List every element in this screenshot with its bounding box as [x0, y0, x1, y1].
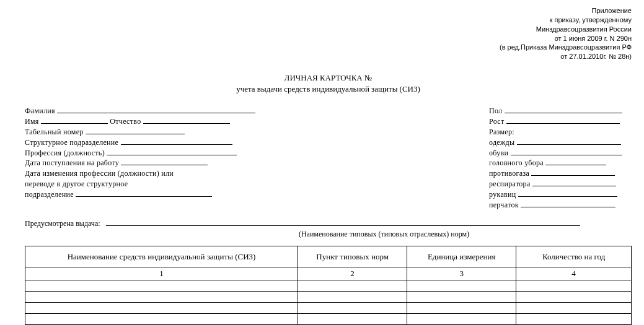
change-line1: Дата изменения профессии (должности) или [25, 168, 291, 179]
table-header-row: Наименование средств индивидуальной защи… [25, 246, 632, 267]
table-row [25, 314, 632, 325]
gloves-p-blank [521, 200, 615, 207]
sex-blank [505, 106, 622, 113]
hiredate-field: Дата поступления на работу [25, 158, 291, 168]
appendix-line: от 1 июня 2009 г. N 290н [25, 34, 632, 43]
size-label: Размер: [489, 127, 632, 137]
patronymic-blank [143, 116, 230, 124]
change-line2: переводе в другое структурное [25, 179, 291, 189]
clothes-blank [517, 137, 621, 145]
provide-blank [106, 219, 580, 226]
sex-field: Пол [489, 106, 632, 116]
table-row [25, 303, 632, 314]
appendix-line: к приказу, утвержденному [25, 15, 632, 25]
hiredate-blank [121, 158, 208, 165]
respirator-field: респиратора [489, 179, 632, 189]
th-unit: Единица измерения [407, 246, 516, 267]
dept-field: Структурное подразделение [25, 137, 291, 148]
colnum-3: 3 [407, 267, 516, 280]
tabno-blank [86, 127, 185, 134]
th-name: Наименование средств индивидуальной защи… [25, 246, 298, 267]
right-column: Пол Рост Размер: одежды обуви головного … [489, 106, 632, 210]
tabno-field: Табельный номер [25, 127, 291, 137]
title-line1: ЛИЧНАЯ КАРТОЧКА № [25, 72, 632, 84]
gasmask-field: противогаза [489, 168, 632, 179]
shoes-blank [511, 148, 622, 155]
surname-field: Фамилия [25, 106, 291, 116]
clothes-field: одежды [489, 137, 632, 148]
colnum-4: 4 [516, 267, 632, 280]
gloves-r-blank [518, 189, 617, 197]
provide-caption: (Наименование типовых (типовых отраслевы… [136, 229, 632, 240]
appendix-line: от 27.01.2010г. № 28н) [25, 52, 632, 61]
th-qty: Количество на год [516, 246, 632, 267]
profession-field: Профессия (должность) [25, 148, 291, 158]
height-field: Рост [489, 116, 632, 127]
shoes-field: обуви [489, 148, 632, 158]
gloves-r-field: рукавиц [489, 189, 632, 200]
provide-row: Предусмотрена выдача: [25, 219, 632, 229]
table-number-row: 1 2 3 4 [25, 267, 632, 280]
appendix-line: (в ред.Приказа Минздравсоцразвития РФ [25, 43, 632, 52]
headwear-blank [545, 158, 606, 165]
surname-blank [57, 106, 255, 113]
headwear-field: головного убора [489, 158, 632, 168]
provide-label: Предусмотрена выдача: [25, 219, 100, 228]
table-row [25, 280, 632, 292]
th-point: Пункт типовых норм [298, 246, 407, 267]
appendix-header: Приложение к приказу, утвержденному Минз… [25, 6, 632, 61]
profession-blank [107, 148, 237, 155]
title-line2: учета выдачи средств индивидуальной защи… [25, 84, 632, 95]
respirator-blank [532, 179, 616, 186]
siz-table: Наименование средств индивидуальной защи… [25, 246, 632, 325]
change-line3: подразделение [25, 189, 291, 200]
colnum-1: 1 [25, 267, 298, 280]
left-column: Фамилия Имя Отчество Табельный номер Стр… [25, 106, 291, 210]
table-row [25, 292, 632, 303]
name-field: Имя Отчество [25, 116, 291, 127]
title-block: ЛИЧНАЯ КАРТОЧКА № учета выдачи средств и… [25, 72, 632, 95]
gloves-p-field: перчаток [489, 200, 632, 210]
colnum-2: 2 [298, 267, 407, 280]
change-blank [76, 189, 212, 197]
dept-blank [121, 137, 232, 145]
appendix-line: Приложение [25, 6, 632, 15]
height-blank [506, 116, 620, 124]
appendix-line: Минздравсоцразвития России [25, 25, 632, 34]
gasmask-blank [531, 168, 615, 176]
name-blank [41, 116, 108, 124]
fields-section: Фамилия Имя Отчество Табельный номер Стр… [25, 106, 632, 210]
